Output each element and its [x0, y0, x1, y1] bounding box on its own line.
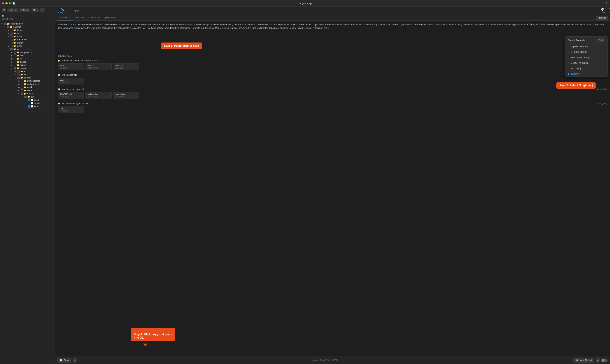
auth-checkbox[interactable]	[21, 80, 23, 82]
authz-checkbox[interactable]	[21, 83, 23, 85]
lib-checkbox[interactable]	[14, 58, 16, 60]
copy-button[interactable]: 📋 Copy	[57, 358, 71, 363]
tree-bart[interactable]: ▾ 📁 bart	[0, 95, 55, 98]
husky-checkbox[interactable]	[10, 29, 13, 31]
db-init-checkbox[interactable]	[10, 36, 13, 38]
folder-group-icon: 📁	[57, 88, 60, 91]
minimize-button[interactable]	[5, 2, 8, 4]
email-checkbox[interactable]	[21, 86, 23, 89]
server-checkbox[interactable]	[14, 67, 16, 69]
tree-bart-api[interactable]: ▶ ✓ 📄 api.ts	[0, 98, 55, 102]
arrow-icon: ▶	[11, 55, 13, 57]
prompt-item-engineer[interactable]: [Engineer]	[565, 71, 607, 77]
tree-eslint[interactable]: ▶ 📁 eslint-rules	[0, 38, 55, 41]
prompt-item-xml[interactable]: XML output prompt	[565, 55, 607, 60]
maximize-button[interactable]	[9, 2, 11, 4]
root-checkbox[interactable]	[4, 23, 6, 25]
slack-checkbox[interactable]	[21, 90, 23, 92]
clear-button[interactable]: Clear	[31, 9, 39, 12]
prompt-item-o1[interactable]: O1 base prompt	[565, 49, 607, 55]
tree-email[interactable]: ▶ 📁 email	[0, 86, 55, 89]
init-checkbox[interactable]	[14, 54, 16, 57]
close-button[interactable]	[2, 2, 4, 4]
prompt-item-mckay[interactable]: Mckay xml prompt	[565, 60, 607, 65]
tree-lib[interactable]: ▶ 📁 lib	[0, 57, 55, 60]
files-grid-utils: api.ts -0.90k (11%)	[55, 77, 610, 85]
tree-init[interactable]: ▶ 📁 init	[0, 54, 55, 57]
public-checkbox[interactable]	[10, 45, 13, 47]
pages-checkbox[interactable]	[14, 61, 16, 63]
tree-next[interactable]: ▶ 📁 .next	[0, 32, 55, 35]
copy-dropdown-button[interactable]: ▾	[73, 358, 77, 363]
tree-prisma[interactable]: ▶ 📁 prisma	[0, 41, 55, 44]
tree-pages[interactable]: ▶ 📁 pages	[0, 60, 55, 64]
components-checkbox[interactable]	[14, 51, 16, 54]
bart-types-checkbox[interactable]: ✓	[28, 105, 30, 108]
settings-button[interactable]: ⚙	[608, 7, 610, 15]
tree-authorization[interactable]: ▶ 📁 authorization	[0, 82, 55, 86]
folder-group-utils-header: 📁 Shrigma/src/utils -0.90k (11%)	[55, 73, 610, 77]
eslint-checkbox[interactable]	[10, 39, 13, 41]
tree-db-init[interactable]: ▶ 📁 db-init	[0, 35, 55, 38]
next-checkbox[interactable]	[10, 32, 13, 35]
tree-shrigma[interactable]: ▾ 📁 Shrigma	[0, 26, 55, 28]
tab-file-tree[interactable]: File Tree	[73, 15, 86, 20]
prompts-dropdown-header: Stored Prompts New	[565, 37, 607, 44]
tree-authentication[interactable]: ▶ 📁 authentication	[0, 79, 55, 82]
model-toggle[interactable]	[601, 359, 608, 362]
tab-instructions[interactable]: Instructions	[57, 15, 73, 20]
tree-api[interactable]: ▶ 📁 api	[0, 70, 55, 73]
tree-bart-service[interactable]: ▶ 📄 service.ts	[0, 102, 55, 105]
bart-api-checkbox[interactable]: ✓	[28, 99, 30, 101]
tab-engineer[interactable]: [Engineer]	[103, 15, 117, 20]
bart-service-checkbox[interactable]	[28, 102, 30, 104]
shrigma-checkbox[interactable]	[7, 26, 9, 28]
new-prompt-button[interactable]: New	[597, 38, 605, 42]
prompt-item-architect[interactable]: [Architect]	[565, 65, 607, 71]
search-box: 🔍	[0, 14, 55, 21]
tree-bart-types[interactable]: ▶ ✓ 📄 types.ts	[0, 105, 55, 108]
tree-item-label: scripts	[20, 64, 26, 66]
new-tab-button[interactable]: +	[606, 1, 608, 5]
tree-server[interactable]: ▾ 📁 server	[0, 67, 55, 70]
prompt-item-zap[interactable]: Zap context rules	[565, 44, 607, 49]
tab-chat[interactable]: 💬 Chat	[598, 7, 608, 15]
server-init-checkbox[interactable]	[17, 74, 20, 76]
scripts-checkbox[interactable]	[14, 64, 16, 66]
sidebar-layout-button[interactable]: ⊞	[2, 8, 6, 12]
chevron-icon: ⌄	[15, 9, 17, 12]
folder-icon: 📁	[24, 83, 27, 85]
tree-transit[interactable]: ▾ 📁 transit	[0, 92, 55, 95]
services-checkbox[interactable]	[17, 77, 20, 79]
new-ai-button[interactable]: ✨ New AI chat	[573, 358, 594, 363]
instructions-area[interactable]: `src/index.ts` in the `weather-server-ty…	[55, 21, 610, 52]
search-input[interactable]	[2, 18, 53, 20]
src-checkbox[interactable]	[10, 48, 13, 51]
tree-husky[interactable]: ▶ 📁 .husky	[0, 28, 55, 32]
folder-icon: 📁	[7, 22, 10, 25]
instructions-text: `src/index.ts` in the `weather-server-ty…	[57, 23, 607, 30]
tree-src[interactable]: ▾ 📁 src	[0, 48, 55, 51]
tree-root[interactable]: ▾ 📁 shrigma-mcp	[0, 22, 55, 26]
prompts-button[interactable]: Prompts	[596, 16, 608, 20]
tree-scripts[interactable]: ▶ 📁 scripts	[0, 64, 55, 67]
prisma-checkbox[interactable]	[10, 42, 13, 44]
tree-public[interactable]: ▶ 📁 public	[0, 44, 55, 48]
filters-button[interactable]: ⊙ Filters	[19, 9, 30, 12]
tree-services[interactable]: ▾ 📁 services	[0, 76, 55, 79]
transit-checkbox[interactable]	[21, 92, 23, 95]
tab-compose[interactable]: ✏️ Compose	[55, 7, 70, 15]
tree-item-label: transit	[27, 92, 33, 95]
tree-server-init[interactable]: ▶ 📁 init	[0, 73, 55, 76]
refresh-button[interactable]: ↻	[40, 8, 45, 12]
tree-components[interactable]: ▶ 📁 components	[0, 51, 55, 54]
selected-files-header: Selected Files	[55, 54, 610, 59]
tab-xml-whole[interactable]: XML Whole	[86, 15, 102, 20]
new-ai-dropdown-button[interactable]: ▾	[596, 358, 600, 363]
bottom-bar: 📋 Copy ▾ Approx. Token Total: ~7.72k ✨ N…	[55, 356, 610, 364]
sort-button[interactable]: ↕ Sort ⌄	[7, 9, 18, 12]
api-checkbox[interactable]	[17, 70, 20, 73]
bart-checkbox[interactable]	[24, 96, 27, 98]
tree-slack[interactable]: ▶ 📁 slack	[0, 89, 55, 92]
tab-apply[interactable]: Apply	[70, 7, 83, 15]
